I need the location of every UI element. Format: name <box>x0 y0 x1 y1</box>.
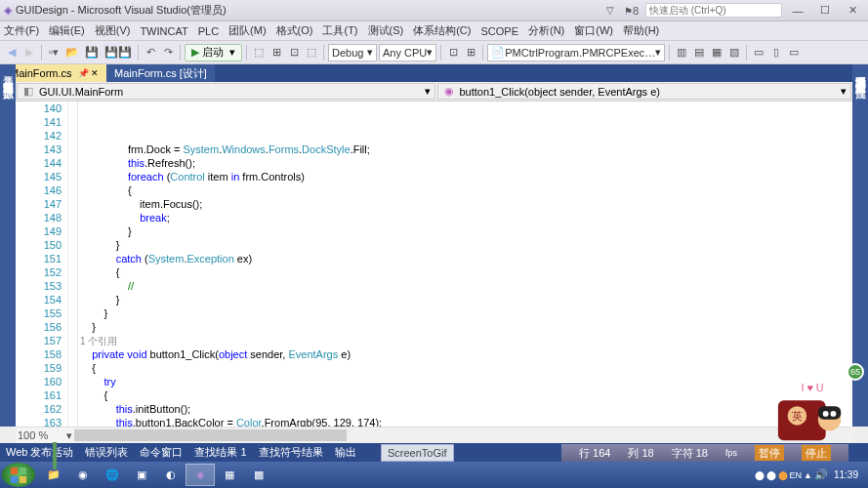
align-icon-1[interactable]: ▥ <box>674 43 689 62</box>
tray-icon[interactable]: ▲ <box>804 470 812 480</box>
menu-twincat[interactable]: TWINCAT <box>140 25 187 37</box>
code-editor[interactable]: 1401411421431441451461471481491501511521… <box>16 102 852 427</box>
save-all-icon[interactable]: 💾💾 <box>103 43 134 62</box>
tool-icon-6[interactable]: ⊞ <box>463 43 478 62</box>
status-fps: fps <box>725 448 737 458</box>
member-nav-combo[interactable]: ◉button1_Click(object sender, EventArgs … <box>437 83 852 100</box>
menu-arch[interactable]: 体系结构(C) <box>413 23 471 38</box>
tabstrip: MainForm.cs📌 ✕ MainForm.cs [设计] <box>0 64 868 82</box>
method-icon: ◉ <box>442 85 456 99</box>
menu-help[interactable]: 帮助(H) <box>623 23 659 38</box>
close-button[interactable]: ✕ <box>841 2 864 20</box>
align-icon-4[interactable]: ▧ <box>726 43 742 62</box>
vs-status-bar: 行 164 列 18 字符 18 fps 暂停 停止 <box>561 444 848 462</box>
save-icon[interactable]: 💾 <box>83 43 101 62</box>
menu-scope[interactable]: SCOPE <box>480 25 518 37</box>
tool-icon-2[interactable]: ⊞ <box>269 43 284 62</box>
nav-back-icon[interactable]: ◀ <box>4 43 20 62</box>
titlebar: ◈ GUIDesign - Microsoft Visual Studio(管理… <box>0 0 868 21</box>
svg-rect-11 <box>20 476 26 483</box>
bottom-output[interactable]: 输出 <box>335 445 356 460</box>
fold-gutter[interactable] <box>68 102 78 427</box>
menu-plc[interactable]: PLC <box>198 25 219 37</box>
config-combo[interactable]: Debug▾ <box>328 44 377 61</box>
tab-mainform-design[interactable]: MainForm.cs [设计] <box>106 64 215 82</box>
change-mark <box>53 442 57 456</box>
status-col: 列 18 <box>628 446 653 461</box>
new-item-icon[interactable]: ▫▾ <box>46 43 62 62</box>
start-button[interactable]: ▶启动▾ <box>185 44 242 61</box>
bottom-cmd[interactable]: 命令窗口 <box>140 445 183 460</box>
class-icon: ◧ <box>21 85 35 99</box>
line-gutter: 1401411421431441451461471481491501511521… <box>16 102 68 427</box>
start-button[interactable] <box>2 463 35 487</box>
tool-icon-5[interactable]: ⊡ <box>445 43 461 62</box>
redo-icon[interactable]: ↷ <box>160 43 176 62</box>
notif-down-icon[interactable]: ▽ <box>603 5 617 16</box>
platform-combo[interactable]: Any CPU▾ <box>379 44 436 61</box>
system-tray: ⬤ ⬤ ⬤ EN ▲ 🔊 11:39 <box>755 468 866 481</box>
bottom-find2[interactable]: 查找符号结果 <box>259 445 323 460</box>
tab-mainform-cs[interactable]: MainForm.cs📌 ✕ <box>2 64 106 82</box>
menu-format[interactable]: 格式(O) <box>276 23 313 38</box>
bottom-errors[interactable]: 错误列表 <box>85 445 128 460</box>
zoom-combo[interactable]: 100 %▾ <box>16 427 74 443</box>
task-app1-icon[interactable]: ▣ <box>127 464 156 486</box>
status-pause[interactable]: 暂停 <box>755 445 784 461</box>
clock[interactable]: 11:39 <box>830 469 862 480</box>
tool-icon-3[interactable]: ⊡ <box>286 43 302 62</box>
window-title: GUIDesign - Microsoft Visual Studio(管理员) <box>16 3 603 18</box>
h-scrollbar[interactable] <box>74 427 852 443</box>
task-vs-icon[interactable]: ◈ <box>186 464 215 486</box>
layout-icon-2[interactable]: ▯ <box>768 43 784 62</box>
align-icon-3[interactable]: ▦ <box>709 43 724 62</box>
menu-test[interactable]: 测试(S) <box>368 23 404 38</box>
open-icon[interactable]: 📂 <box>63 43 81 62</box>
maximize-button[interactable]: ☐ <box>813 2 837 20</box>
bottom-web[interactable]: Web 发布活动 <box>6 445 73 460</box>
menu-file[interactable]: 文件(F) <box>4 23 39 38</box>
align-icon-2[interactable]: ▤ <box>691 43 707 62</box>
class-nav-combo[interactable]: ◧GUI.UI.MainForm▾ <box>17 83 435 100</box>
svg-rect-9 <box>20 468 26 474</box>
nav-fwd-icon[interactable]: ▶ <box>21 43 37 62</box>
layout-icon-1[interactable]: ▭ <box>751 43 766 62</box>
vs-logo-icon: ◈ <box>4 4 12 17</box>
task-app2-icon[interactable]: ◐ <box>156 464 186 486</box>
screentogif-label: ScreenToGif <box>388 447 447 459</box>
menu-tools[interactable]: 工具(T) <box>322 23 357 38</box>
target-combo[interactable]: 📄PMCtrlProgram.PMRCPExec…▾ <box>487 44 665 61</box>
toolbar: ◀ ▶ ▫▾ 📂 💾 💾💾 ↶ ↷ ▶启动▾ ⬚ ⊞ ⊡ ⬚ Debug▾ An… <box>0 41 868 64</box>
status-stop[interactable]: 停止 <box>802 445 831 461</box>
tool-icon-1[interactable]: ⬚ <box>251 43 267 62</box>
tray-volume-icon[interactable]: 🔊 <box>814 468 828 481</box>
code-area[interactable]: frm.Dock = System.Windows.Forms.DockStyl… <box>78 102 852 427</box>
menu-edit[interactable]: 编辑(E) <box>49 23 85 38</box>
tray-icon[interactable]: ⬤ <box>778 470 788 480</box>
undo-icon[interactable]: ↶ <box>143 43 158 62</box>
h-scroll-thumb[interactable] <box>74 429 347 441</box>
tray-icon[interactable]: ⬤ <box>766 470 776 480</box>
svg-rect-10 <box>11 476 18 483</box>
quick-launch-input[interactable] <box>645 3 782 18</box>
menu-view[interactable]: 视图(V) <box>95 23 131 38</box>
task-chrome-icon[interactable]: ◉ <box>68 464 98 486</box>
minimize-button[interactable]: — <box>786 2 809 20</box>
tray-icon[interactable]: ⬤ <box>755 470 765 480</box>
notif-flag-icon[interactable]: ⚑8 <box>621 5 641 17</box>
svg-rect-8 <box>11 468 18 474</box>
start-label: 启动 <box>202 45 224 60</box>
menu-analyze[interactable]: 分析(N) <box>528 23 564 38</box>
menu-window[interactable]: 窗口(W) <box>574 23 613 38</box>
status-char: 字符 18 <box>672 446 708 461</box>
task-app3-icon[interactable]: ▦ <box>215 464 244 486</box>
change-mark <box>53 456 57 469</box>
task-app4-icon[interactable]: ▩ <box>244 464 273 486</box>
tool-icon-4[interactable]: ⬚ <box>304 43 319 62</box>
bottom-find1[interactable]: 查找结果 1 <box>194 445 246 460</box>
tray-icon[interactable]: EN <box>790 470 803 480</box>
layout-icon-3[interactable]: ▭ <box>786 43 802 62</box>
menu-team[interactable]: 团队(M) <box>228 23 267 38</box>
screentogif-bar[interactable]: ScreenToGif <box>381 444 454 462</box>
task-browser-icon[interactable]: 🌐 <box>98 464 127 486</box>
